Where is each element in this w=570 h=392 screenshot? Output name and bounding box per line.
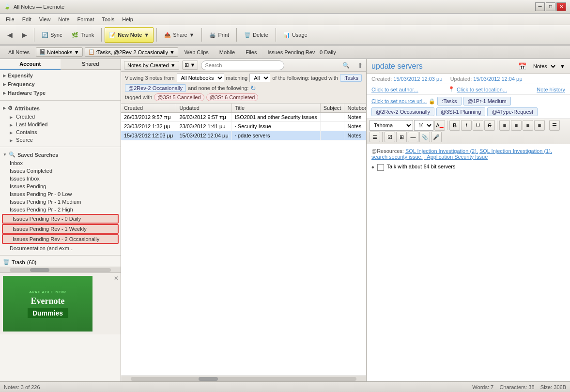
menu-tools[interactable]: Tools (98, 15, 118, 23)
all-notes-breadcrumb[interactable]: All Notes (4, 48, 34, 57)
italic-button[interactable]: I (461, 120, 472, 131)
sidebar-tab-account[interactable]: Account (0, 59, 61, 70)
sidebar-search-issues-pending-high[interactable]: Issues Pending Pr - 2 High (0, 206, 121, 213)
unordered-list-button[interactable]: ☰ (549, 120, 560, 131)
sidebar-attribute-source[interactable]: ▶ Source (0, 136, 121, 144)
share-button[interactable]: 📤 Share ▼ (160, 27, 199, 43)
col-subject[interactable]: Subject (320, 104, 344, 113)
sort-button[interactable]: Notes by Created ▼ (124, 61, 179, 70)
view-button[interactable]: ⊞ ▼ (182, 60, 198, 70)
align-right-button[interactable]: ≡ (523, 120, 533, 131)
resource-link-2[interactable]: SQL Injection Investigation (1), (479, 148, 552, 154)
maximize-button[interactable]: □ (546, 2, 555, 11)
notebook-dropdown[interactable]: Notes (529, 62, 557, 70)
usage-button[interactable]: 📊 Usage (279, 27, 312, 43)
sidebar-attributes-header[interactable]: ▶ ⚙ Attributes (0, 104, 121, 113)
sidebar-search-issues-completed[interactable]: Issues Completed (0, 167, 121, 175)
font-select[interactable]: Tahoma (370, 120, 413, 131)
sidebar-expensify-header[interactable]: ▶ Expensify (0, 71, 121, 80)
web-clips-breadcrumb[interactable]: Web Clips (180, 48, 213, 57)
print-button[interactable]: 🖨️ Print (205, 27, 233, 43)
audio-button[interactable]: 🎤 (431, 132, 442, 142)
ordered-list-button[interactable]: ☰ (370, 132, 380, 142)
delete-button[interactable]: 🗑️ Delete (240, 27, 273, 43)
table-row[interactable]: 15/03/2012 12:03 μμ15/03/2012 12:04 μμ· … (121, 131, 366, 140)
sidebar-attribute-contains[interactable]: ▶ Contains (0, 128, 121, 136)
forward-button[interactable]: ▶ (17, 28, 31, 42)
filter-tag-tasks[interactable]: :Tasks (340, 74, 362, 82)
sidebar-search-issues-pending-low[interactable]: Issues Pending Pr - 0 Low (0, 190, 121, 198)
files-breadcrumb[interactable]: Files (241, 48, 261, 57)
note-tag-2rev[interactable]: @2Rev-2 Occasionally (371, 107, 434, 116)
sidebar-search-issues-pending-weekly[interactable]: Issues Pending Rev - 1 Weekly (2, 224, 119, 234)
issues-pending-breadcrumb[interactable]: Issues Pending Rev - 0 Daily (263, 48, 340, 57)
align-center-button[interactable]: ≡ (511, 120, 522, 131)
strikethrough-button[interactable]: S (484, 120, 495, 131)
note-tag-3st[interactable]: @3St-1 Planning (436, 107, 485, 116)
table-row[interactable]: 26/03/2012 9:57 πμ26/03/2012 9:57 πμISO2… (121, 113, 366, 122)
filter-cancel-tag-2[interactable]: @3St-6 Completed (206, 93, 259, 101)
close-button[interactable]: ✕ (556, 2, 566, 11)
sidebar-hardware-header[interactable]: ▶ Hardware Type (0, 89, 121, 97)
menu-help[interactable]: Help (118, 15, 137, 23)
trunk-button[interactable]: 🌿 Trunk (67, 27, 98, 43)
font-color-button[interactable]: A▬ (434, 120, 445, 131)
sync-button[interactable]: 🔄 Sync (37, 27, 66, 43)
menu-note[interactable]: Note (54, 15, 73, 23)
attach-button[interactable]: 📎 (419, 132, 430, 142)
todo-button[interactable]: ☑ (385, 132, 395, 142)
todo-checkbox[interactable] (377, 164, 384, 171)
note-tag-tasks[interactable]: :Tasks (437, 97, 461, 106)
note-tag-1pr[interactable]: @1Pr-1 Medium (463, 97, 511, 106)
col-created[interactable]: Created (121, 104, 176, 113)
minimize-button[interactable]: ─ (535, 2, 545, 11)
sidebar-frequency-header[interactable]: ▶ Frequency (0, 80, 121, 89)
resource-link-4[interactable]: · Application Security Issue (424, 154, 488, 160)
sidebar-scrollbar-h[interactable] (0, 267, 121, 272)
filter-tag-2rev[interactable]: @2Rev-2 Occasionally (125, 84, 186, 92)
col-updated[interactable]: Updated (176, 104, 231, 113)
mobile-breadcrumb[interactable]: Mobile (215, 48, 239, 57)
sidebar-tab-shared[interactable]: Shared (61, 59, 121, 70)
sidebar-saved-searches-header[interactable]: ▼ 🔍 Saved Searches (0, 150, 121, 159)
set-author-link[interactable]: Click to set author... (371, 87, 418, 92)
search-input[interactable] (201, 60, 284, 70)
sidebar-attribute-created[interactable]: ▶ Created (0, 113, 121, 121)
resource-link-1[interactable]: SQL Injection Investigation (2), (405, 148, 478, 154)
table-row[interactable]: 23/03/2012 1:32 μμ23/03/2012 1:41 μμ· Se… (121, 122, 366, 131)
filter-cancel-tag-1[interactable]: @3St-5 Cancelled (154, 93, 204, 101)
filter-notebooks-select[interactable]: All Notebooks (177, 74, 224, 82)
sidebar-search-issues-pending-daily[interactable]: Issues Pending Rev - 0 Daily (2, 214, 119, 224)
expand-icon[interactable]: ⬆ (357, 61, 363, 69)
menu-edit[interactable]: Edit (18, 15, 35, 23)
ad-close-button[interactable]: ✕ (114, 275, 119, 282)
bold-button[interactable]: B (449, 120, 460, 131)
notes-scrollbar-h[interactable] (121, 376, 366, 381)
underline-button[interactable]: U (473, 120, 483, 131)
resource-link-3[interactable]: search security issue, (371, 154, 423, 160)
set-source-url-link[interactable]: Click to set source url... (371, 98, 427, 104)
current-notebook-dropdown[interactable]: 📋 :Tasks, @2Rev-2 Occasionally ▼ (85, 47, 178, 57)
hr-button[interactable]: — (408, 132, 418, 142)
col-notebook[interactable]: Notebook (344, 104, 366, 113)
sidebar-search-issues-pending[interactable]: Issues Pending (0, 182, 121, 190)
col-title[interactable]: Title (231, 104, 320, 113)
font-size-select[interactable]: 10 (414, 120, 433, 131)
sidebar-search-issues-pending-occasionally[interactable]: Issues Pending Rev - 2 Occasionally (2, 234, 119, 244)
sidebar-search-inbox[interactable]: Inbox (0, 159, 121, 167)
back-button[interactable]: ◀ (3, 28, 16, 42)
table-button[interactable]: ⊞ (396, 132, 407, 142)
menu-file[interactable]: File (2, 15, 18, 23)
sidebar-attribute-last-modified[interactable]: ▶ Last Modified (0, 121, 121, 128)
justify-button[interactable]: ≡ (534, 120, 545, 131)
align-left-button[interactable]: ≡ (499, 120, 510, 131)
menu-view[interactable]: View (35, 15, 55, 23)
note-history-link[interactable]: Note history (537, 87, 565, 92)
set-location-link[interactable]: Click to set location... (457, 87, 507, 92)
sidebar-search-issues-inbox[interactable]: Issues Inbox (0, 175, 121, 182)
new-note-button[interactable]: 📝 New Note ▼ (105, 27, 154, 43)
note-tag-4type[interactable]: @4Type-Request (487, 107, 538, 116)
sidebar-search-issues-pending-medium[interactable]: Issues Pending Pr - 1 Medium (0, 198, 121, 206)
notebooks-dropdown[interactable]: 📓 Notebooks ▼ (36, 47, 83, 57)
filter-all-select[interactable]: All (249, 74, 270, 82)
